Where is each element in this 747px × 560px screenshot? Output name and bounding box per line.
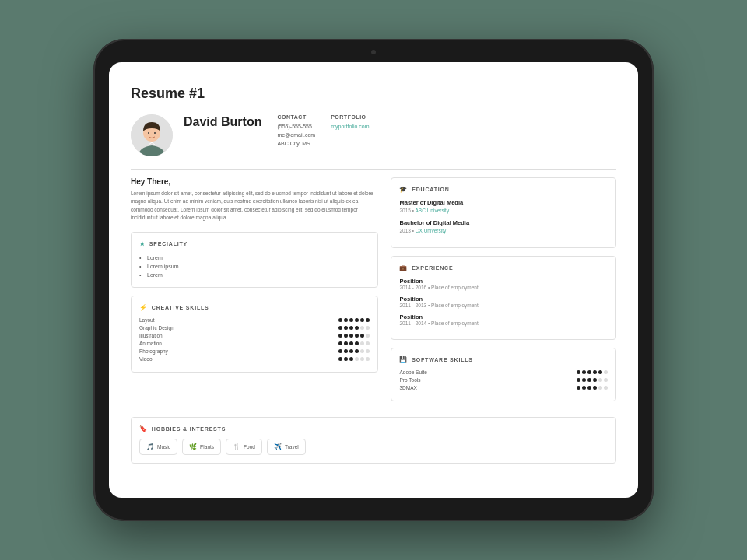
portfolio-url: myportfolio.com [331,122,369,131]
hobbies-grid: 🎵Music🌿Plants🍴Food✈️Travel [139,439,608,455]
bio-text: Lorem ipsum dolor sit amet, consectetur … [131,190,378,222]
skill-name: Animation [139,341,186,346]
hobbies-section: 🔖 HOBBIES & INTERESTS 🎵Music🌿Plants🍴Food… [131,417,616,464]
dot-filled [587,378,591,382]
experience-icon: 💼 [399,264,408,271]
creative-skills-header: ⚡ CREATIVE SKILLS [139,304,370,311]
dot-filled [338,341,342,345]
skill-row: Graphic Design [139,325,370,331]
dot-filled [338,326,342,330]
dot-filled [355,318,359,322]
skill-row: Video [139,356,370,362]
dot-empty [366,357,370,361]
exp-position: Position [399,278,608,285]
software-skills-table: Adobe SuitePro Tools3DMAX [399,369,608,390]
skill-dots [338,326,370,330]
software-skills-section: 💾 SOFTWARE SKILLS Adobe SuitePro Tools3D… [391,348,616,401]
name-block: David Burton [184,114,261,131]
hobby-label: Music [157,444,170,450]
skill-name: 3DMAX [399,385,446,390]
hobby-item: 🍴Food [226,439,262,455]
dot-filled [338,318,342,322]
skill-dots [338,349,370,353]
hobby-item: 🌿Plants [182,439,221,455]
dot-empty [366,326,370,330]
svg-point-2 [148,132,149,134]
dot-filled [349,326,353,330]
experience-entry: Position 2011 - 2014 • Place of employme… [399,313,608,326]
dot-filled [582,370,586,374]
dot-empty [598,386,602,390]
dot-empty [360,357,364,361]
hobby-label: Travel [285,444,299,450]
software-icon: 💾 [399,356,408,363]
svg-point-3 [154,132,156,134]
avatar [131,114,173,156]
creative-skills-label: CREATIVE SKILLS [152,305,209,310]
skill-dots [577,370,608,374]
experience-entry: Position 2014 - 2016 • Place of employme… [399,278,608,290]
hobby-item: ✈️Travel [267,439,306,455]
skill-row: Adobe Suite [399,369,608,375]
skill-dots [338,334,370,338]
hobby-icon: 🍴 [233,443,240,450]
candidate-name: David Burton [184,114,261,131]
education-label: EDUCATION [412,187,449,192]
dot-filled [355,334,359,338]
dot-filled [593,386,597,390]
contact-email: me@email.com [277,131,315,139]
portfolio-block: Portfolio myportfolio.com [331,114,369,131]
edu-meta: 2013 • CX University [399,228,608,233]
speciality-section: ★ SPECIALITY Lorem Lorem ipsum Lorem [131,232,378,288]
page-title: Resume #1 [131,86,616,102]
skill-dots [338,318,370,322]
speciality-item: Lorem [139,254,370,262]
experience-label: EXPERIENCE [412,265,453,271]
dot-filled [349,349,353,353]
skill-name: Layout [139,317,186,323]
main-content: Hey There, Lorem ipsum dolor sit amet, c… [131,177,616,409]
hobby-icon: 🌿 [189,443,197,450]
skill-row: Pro Tools [399,377,608,383]
skill-dots [577,378,608,382]
education-entries: Master of Digital Media 2015 • ABC Unive… [399,199,608,233]
skill-row: Animation [139,341,370,346]
skill-row: Layout [139,317,370,323]
dot-empty [604,370,608,374]
dot-empty [360,326,364,330]
dot-empty [366,341,370,345]
skill-dots [338,357,370,361]
exp-position: Position [399,313,608,320]
dot-empty [360,349,364,353]
speciality-label: SPECIALITY [149,241,188,247]
skill-name: Adobe Suite [399,369,446,375]
speciality-item: Lorem ipsum [139,262,370,271]
skill-name: Graphic Design [139,325,186,331]
skill-name: Illustration [139,333,186,338]
experience-header: 💼 EXPERIENCE [399,264,608,271]
dot-filled [593,370,597,374]
dot-filled [593,378,597,382]
contact-label: Contact [277,114,315,120]
greeting: Hey There, [131,177,378,186]
education-entry: Bachelor of Digital Media 2013 • CX Univ… [399,219,608,233]
dot-filled [338,357,342,361]
dot-filled [355,349,359,353]
software-skills-label: SOFTWARE SKILLS [412,357,473,362]
dot-filled [587,386,591,390]
dot-filled [344,349,348,353]
hobby-label: Plants [200,444,214,450]
experience-entry: Position 2011 - 2013 • Place of employme… [399,296,608,308]
dot-filled [344,326,348,330]
hobby-label: Food [244,444,255,450]
edu-degree: Bachelor of Digital Media [399,219,608,226]
dot-filled [349,318,353,322]
dot-empty [360,341,364,345]
dot-filled [338,349,342,353]
hobby-icon: 🎵 [146,443,154,450]
skill-dots [338,341,370,345]
dot-empty [604,378,608,382]
exp-meta: 2011 - 2013 • Place of employment [399,303,608,308]
skill-row: 3DMAX [399,385,608,390]
contact-location: ABC City, MS [277,139,315,148]
